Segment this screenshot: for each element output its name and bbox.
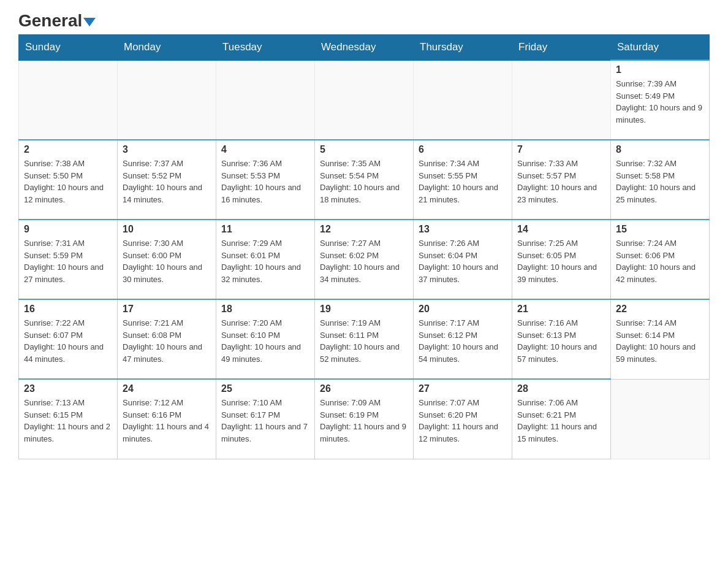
weekday-header-thursday: Thursday bbox=[414, 35, 512, 61]
calendar-cell: 10Sunrise: 7:30 AMSunset: 6:00 PMDayligh… bbox=[118, 220, 216, 299]
day-info: Sunrise: 7:19 AMSunset: 6:11 PMDaylight:… bbox=[320, 317, 408, 365]
day-info: Sunrise: 7:22 AMSunset: 6:07 PMDaylight:… bbox=[24, 317, 112, 365]
calendar-cell: 15Sunrise: 7:24 AMSunset: 6:06 PMDayligh… bbox=[611, 220, 710, 299]
calendar-cell bbox=[611, 379, 710, 459]
day-info: Sunrise: 7:24 AMSunset: 6:06 PMDaylight:… bbox=[616, 237, 704, 285]
day-number: 11 bbox=[221, 224, 309, 235]
day-number: 3 bbox=[123, 144, 211, 155]
day-info: Sunrise: 7:34 AMSunset: 5:55 PMDaylight:… bbox=[419, 158, 507, 205]
calendar-cell: 3Sunrise: 7:37 AMSunset: 5:52 PMDaylight… bbox=[118, 140, 216, 220]
calendar-cell: 27Sunrise: 7:07 AMSunset: 6:20 PMDayligh… bbox=[414, 379, 512, 459]
day-info: Sunrise: 7:20 AMSunset: 6:10 PMDaylight:… bbox=[221, 317, 309, 365]
day-info: Sunrise: 7:09 AMSunset: 6:19 PMDaylight:… bbox=[320, 397, 408, 445]
logo: General bbox=[18, 12, 96, 28]
calendar-cell: 19Sunrise: 7:19 AMSunset: 6:11 PMDayligh… bbox=[315, 299, 414, 379]
day-info: Sunrise: 7:38 AMSunset: 5:50 PMDaylight:… bbox=[24, 158, 112, 205]
day-info: Sunrise: 7:06 AMSunset: 6:21 PMDaylight:… bbox=[517, 397, 605, 445]
day-info: Sunrise: 7:32 AMSunset: 5:58 PMDaylight:… bbox=[616, 158, 704, 205]
day-number: 4 bbox=[221, 144, 309, 155]
day-info: Sunrise: 7:35 AMSunset: 5:54 PMDaylight:… bbox=[320, 158, 408, 205]
calendar-cell: 11Sunrise: 7:29 AMSunset: 6:01 PMDayligh… bbox=[216, 220, 315, 299]
day-info: Sunrise: 7:21 AMSunset: 6:08 PMDaylight:… bbox=[123, 317, 211, 365]
calendar-cell bbox=[315, 60, 414, 140]
day-number: 20 bbox=[419, 304, 507, 315]
day-number: 23 bbox=[24, 383, 112, 394]
day-number: 1 bbox=[616, 64, 704, 75]
weekday-header-wednesday: Wednesday bbox=[315, 35, 414, 61]
day-number: 13 bbox=[419, 224, 507, 235]
logo-triangle-icon bbox=[83, 18, 96, 26]
day-info: Sunrise: 7:39 AMSunset: 5:49 PMDaylight:… bbox=[616, 78, 704, 126]
calendar-cell bbox=[512, 60, 611, 140]
calendar-cell: 7Sunrise: 7:33 AMSunset: 5:57 PMDaylight… bbox=[512, 140, 611, 220]
weekday-header-row: SundayMondayTuesdayWednesdayThursdayFrid… bbox=[19, 35, 710, 61]
day-number: 16 bbox=[24, 304, 112, 315]
calendar-cell: 16Sunrise: 7:22 AMSunset: 6:07 PMDayligh… bbox=[19, 299, 118, 379]
calendar-cell: 6Sunrise: 7:34 AMSunset: 5:55 PMDaylight… bbox=[414, 140, 512, 220]
calendar-cell bbox=[118, 60, 216, 140]
calendar-table: SundayMondayTuesdayWednesdayThursdayFrid… bbox=[18, 34, 710, 459]
day-number: 25 bbox=[221, 383, 309, 394]
calendar-cell: 12Sunrise: 7:27 AMSunset: 6:02 PMDayligh… bbox=[315, 220, 414, 299]
calendar-cell: 28Sunrise: 7:06 AMSunset: 6:21 PMDayligh… bbox=[512, 379, 611, 459]
week-row-3: 9Sunrise: 7:31 AMSunset: 5:59 PMDaylight… bbox=[19, 220, 710, 299]
day-number: 9 bbox=[24, 224, 112, 235]
day-info: Sunrise: 7:17 AMSunset: 6:12 PMDaylight:… bbox=[419, 317, 507, 365]
day-number: 26 bbox=[320, 383, 408, 394]
weekday-header-friday: Friday bbox=[512, 35, 611, 61]
day-info: Sunrise: 7:26 AMSunset: 6:04 PMDaylight:… bbox=[419, 237, 507, 285]
day-number: 27 bbox=[419, 383, 507, 394]
day-number: 22 bbox=[616, 304, 704, 315]
day-number: 12 bbox=[320, 224, 408, 235]
day-number: 10 bbox=[123, 224, 211, 235]
day-number: 6 bbox=[419, 144, 507, 155]
calendar-cell: 21Sunrise: 7:16 AMSunset: 6:13 PMDayligh… bbox=[512, 299, 611, 379]
day-info: Sunrise: 7:33 AMSunset: 5:57 PMDaylight:… bbox=[517, 158, 605, 205]
day-number: 8 bbox=[616, 144, 704, 155]
day-number: 15 bbox=[616, 224, 704, 235]
day-number: 17 bbox=[123, 304, 211, 315]
calendar-cell: 17Sunrise: 7:21 AMSunset: 6:08 PMDayligh… bbox=[118, 299, 216, 379]
day-info: Sunrise: 7:14 AMSunset: 6:14 PMDaylight:… bbox=[616, 317, 704, 365]
day-info: Sunrise: 7:25 AMSunset: 6:05 PMDaylight:… bbox=[517, 237, 605, 285]
calendar-cell: 14Sunrise: 7:25 AMSunset: 6:05 PMDayligh… bbox=[512, 220, 611, 299]
weekday-header-tuesday: Tuesday bbox=[216, 35, 315, 61]
calendar-cell: 25Sunrise: 7:10 AMSunset: 6:17 PMDayligh… bbox=[216, 379, 315, 459]
day-info: Sunrise: 7:27 AMSunset: 6:02 PMDaylight:… bbox=[320, 237, 408, 285]
day-info: Sunrise: 7:16 AMSunset: 6:13 PMDaylight:… bbox=[517, 317, 605, 365]
weekday-header-saturday: Saturday bbox=[611, 35, 710, 61]
page-header: General bbox=[18, 12, 710, 28]
day-number: 18 bbox=[221, 304, 309, 315]
calendar-cell: 5Sunrise: 7:35 AMSunset: 5:54 PMDaylight… bbox=[315, 140, 414, 220]
day-info: Sunrise: 7:31 AMSunset: 5:59 PMDaylight:… bbox=[24, 237, 112, 285]
calendar-cell: 4Sunrise: 7:36 AMSunset: 5:53 PMDaylight… bbox=[216, 140, 315, 220]
day-number: 5 bbox=[320, 144, 408, 155]
calendar-cell bbox=[216, 60, 315, 140]
calendar-cell: 9Sunrise: 7:31 AMSunset: 5:59 PMDaylight… bbox=[19, 220, 118, 299]
weekday-header-monday: Monday bbox=[118, 35, 216, 61]
calendar-cell: 1Sunrise: 7:39 AMSunset: 5:49 PMDaylight… bbox=[611, 60, 710, 140]
day-info: Sunrise: 7:36 AMSunset: 5:53 PMDaylight:… bbox=[221, 158, 309, 205]
day-info: Sunrise: 7:12 AMSunset: 6:16 PMDaylight:… bbox=[123, 397, 211, 445]
day-number: 19 bbox=[320, 304, 408, 315]
week-row-4: 16Sunrise: 7:22 AMSunset: 6:07 PMDayligh… bbox=[19, 299, 710, 379]
calendar-cell: 26Sunrise: 7:09 AMSunset: 6:19 PMDayligh… bbox=[315, 379, 414, 459]
day-info: Sunrise: 7:07 AMSunset: 6:20 PMDaylight:… bbox=[419, 397, 507, 445]
day-number: 21 bbox=[517, 304, 605, 315]
week-row-2: 2Sunrise: 7:38 AMSunset: 5:50 PMDaylight… bbox=[19, 140, 710, 220]
week-row-1: 1Sunrise: 7:39 AMSunset: 5:49 PMDaylight… bbox=[19, 60, 710, 140]
calendar-cell: 23Sunrise: 7:13 AMSunset: 6:15 PMDayligh… bbox=[19, 379, 118, 459]
day-number: 7 bbox=[517, 144, 605, 155]
day-info: Sunrise: 7:10 AMSunset: 6:17 PMDaylight:… bbox=[221, 397, 309, 445]
calendar-cell: 24Sunrise: 7:12 AMSunset: 6:16 PMDayligh… bbox=[118, 379, 216, 459]
calendar-cell: 8Sunrise: 7:32 AMSunset: 5:58 PMDaylight… bbox=[611, 140, 710, 220]
calendar-cell: 20Sunrise: 7:17 AMSunset: 6:12 PMDayligh… bbox=[414, 299, 512, 379]
day-info: Sunrise: 7:30 AMSunset: 6:00 PMDaylight:… bbox=[123, 237, 211, 285]
calendar-cell: 13Sunrise: 7:26 AMSunset: 6:04 PMDayligh… bbox=[414, 220, 512, 299]
day-info: Sunrise: 7:13 AMSunset: 6:15 PMDaylight:… bbox=[24, 397, 112, 445]
calendar-cell bbox=[414, 60, 512, 140]
day-number: 24 bbox=[123, 383, 211, 394]
day-number: 14 bbox=[517, 224, 605, 235]
day-number: 28 bbox=[517, 383, 605, 394]
calendar-cell: 18Sunrise: 7:20 AMSunset: 6:10 PMDayligh… bbox=[216, 299, 315, 379]
